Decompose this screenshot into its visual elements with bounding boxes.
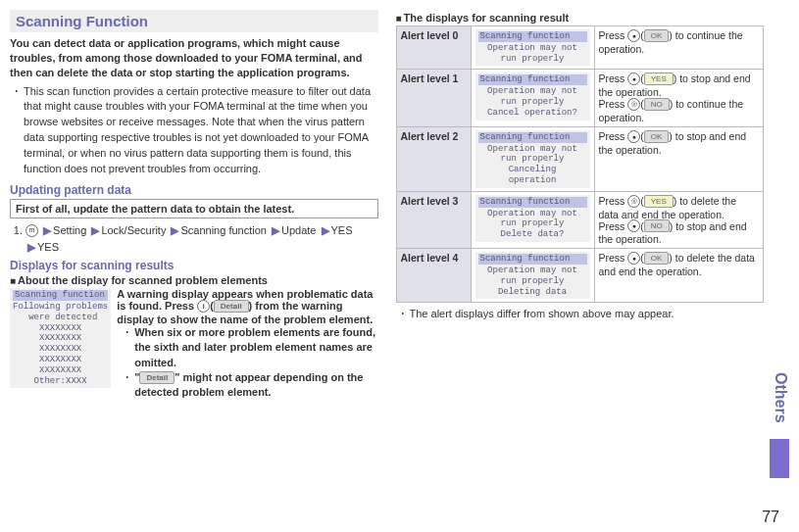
arrow-icon: ▶ [27,241,35,253]
results-heading: Displays for scanning results [10,259,378,272]
crumb-setting: Setting [53,224,86,236]
alert-desc-cell: Press ●(OK) to continue the operation. [594,26,764,70]
lcd-header: Scanning function [13,290,108,301]
alert-level-cell: Alert level 1 [396,70,471,126]
alert-desc-cell: Press ●(YES) to stop and end the operati… [594,70,764,126]
updating-note-box: First of all, update the pattern data to… [10,199,378,218]
alert-desc-cell: Press ●(OK) to stop and end the operatio… [594,126,764,191]
table-footnote: ･ The alert displays differ from shown a… [400,307,765,322]
alert-lcd-cell: Scanning functionOperation may not run p… [471,126,594,191]
lcd-header: Scanning function [478,132,587,143]
crumb-scanning: Scanning function [180,224,266,236]
circle-icon: ● [627,252,640,265]
lcd-header: Scanning function [478,74,587,85]
table-row: Alert level 0 Scanning functionOperation… [396,26,764,70]
updating-heading: Updating pattern data [10,183,378,197]
alert-lcd-cell: Scanning functionOperation may not run p… [471,70,594,126]
table-row: Alert level 2 Scanning functionOperation… [396,126,764,191]
yes-chip: YES [644,73,674,85]
no-chip: NO [644,98,670,111]
alert-lcd-cell: Scanning functionOperation may not run p… [471,191,594,248]
warn-bullet-1: ･When six or more problem elements are f… [125,325,377,370]
bullet-text: This scan function provides a certain pr… [24,84,378,178]
right-heading: The displays for scanning result [396,12,765,24]
circle-icon: ● [627,73,640,85]
crumb-lock: Lock/Security [101,224,166,236]
lcd-body: Operation may not run properly Deleting … [487,266,577,297]
lcd-body: Operation may not run properly Canceling… [487,144,577,185]
alert-desc-cell: Press ●(OK) to delete the data and end t… [594,249,764,303]
lcd-body: Operation may not run properly [487,43,577,64]
alert-level-cell: Alert level 2 [396,126,471,191]
bullet-dot: ･ [14,84,20,178]
circle-icon: ● [627,130,640,143]
step-1: m ▶Setting ▶Lock/Security ▶Scanning func… [25,222,378,255]
bullet-dot: ･ [400,307,406,322]
circle-icon: ● [627,219,640,232]
side-tab-color [770,439,789,478]
camera-icon: ◎ [627,195,640,208]
side-tab-label: Others [772,372,789,423]
ok-chip: OK [644,130,670,143]
camera-icon: ◎ [627,98,640,111]
circle-icon: ● [627,29,640,42]
protective-measure-bullet: ･ This scan function provides a certain … [14,84,378,178]
lcd-header: Scanning function [478,31,587,42]
lcd-header: Scanning function [478,254,587,265]
ir-icon: i [197,300,210,313]
table-row: Alert level 4 Scanning functionOperation… [396,249,764,303]
alert-level-cell: Alert level 4 [396,249,471,303]
ok-chip: OK [644,29,670,42]
warning-text-block: A warning display appears when problemat… [117,288,377,401]
crumb-update: Update [281,224,316,236]
lcd-body: Operation may not run properly Cancel op… [487,86,577,118]
alert-level-cell: Alert level 0 [396,26,471,70]
alert-desc-cell: Press ◎(YES) to delete the data and end … [594,191,764,248]
footnote-text: The alert displays differ from shown abo… [410,307,674,322]
menu-icon: m [25,224,38,237]
lcd-problems: Scanning functionFollowing problems were… [10,288,111,388]
section-title: Scanning Function [10,10,378,32]
right-column: The displays for scanning result Alert l… [396,10,790,401]
warn-b1-text: When six or more problem elements are fo… [134,325,377,370]
lcd-body: Following problems were detected XXXXXXX… [13,302,108,386]
warn-bullet-2: ･"Detail" might not appear depending on … [125,370,377,401]
arrow-icon: ▶ [322,224,329,236]
arrow-icon: ▶ [171,224,178,236]
warning-row: Scanning functionFollowing problems were… [10,288,378,401]
arrow-icon: ▶ [91,224,99,236]
detail-chip: Detail [214,300,249,313]
crumb-yes1: YES [331,224,353,236]
yes-chip: YES [644,195,674,208]
alert-lcd-cell: Scanning functionOperation may not run p… [471,26,594,70]
arrow-icon: ▶ [272,224,279,236]
page-number: 77 [762,508,779,526]
lcd-header: Scanning function [478,197,587,208]
crumb-yes2: YES [37,241,59,253]
table-row: Alert level 1 Scanning functionOperation… [396,70,764,126]
alert-lcd-cell: Scanning functionOperation may not run p… [471,249,594,303]
alert-level-cell: Alert level 3 [396,191,471,248]
arrow-icon: ▶ [43,224,51,236]
left-column: Scanning Function You can detect data or… [10,10,378,401]
ok-chip: OK [644,252,670,265]
no-chip: NO [644,219,670,232]
about-display-heading: About the display for scanned problem el… [10,274,378,286]
lcd-body: Operation may not run properly Delete da… [487,209,577,240]
steps-list: m ▶Setting ▶Lock/Security ▶Scanning func… [10,222,378,255]
intro-text: You can detect data or application progr… [10,36,378,80]
detail-chip: Detail [139,371,175,384]
table-row: Alert level 3 Scanning functionOperation… [396,191,764,248]
alerts-table: Alert level 0 Scanning functionOperation… [396,25,765,303]
